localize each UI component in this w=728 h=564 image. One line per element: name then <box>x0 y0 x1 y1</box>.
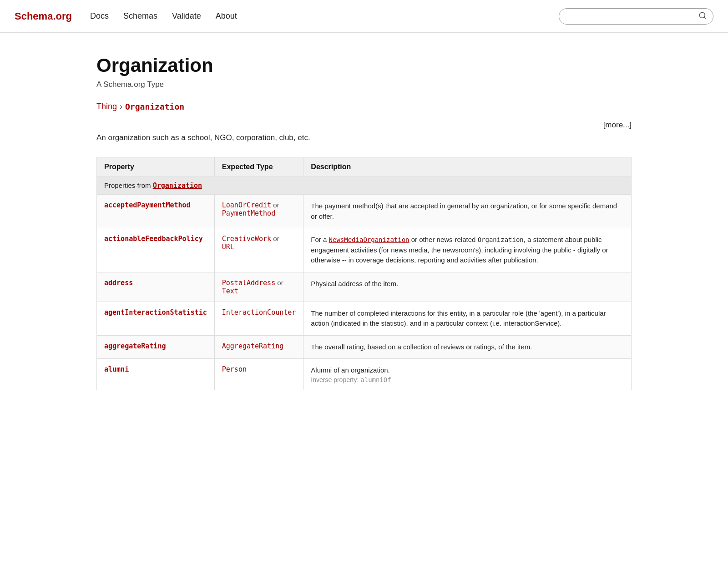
schema-table: Property Expected Type Description Prope… <box>96 157 632 390</box>
page-description: An organization such as a school, NGO, c… <box>96 133 632 142</box>
type-cell: Person <box>214 359 303 390</box>
type-link-Person[interactable]: Person <box>222 365 247 373</box>
page-subtitle: A Schema.org Type <box>96 80 632 89</box>
type-or: or <box>273 201 279 209</box>
nav-link-validate[interactable]: Validate <box>172 11 201 20</box>
navigation: Schema.org Docs Schemas Validate About <box>0 0 728 33</box>
property-cell: aggregateRating <box>97 335 215 359</box>
type-link-InteractionCounter[interactable]: InteractionCounter <box>222 308 296 317</box>
search-input[interactable] <box>566 12 695 20</box>
property-cell: agentInteractionStatistic <box>97 302 215 335</box>
desc-cell: For a NewsMediaOrganization or other new… <box>303 228 632 272</box>
nav-link-docs[interactable]: Docs <box>90 11 109 20</box>
col-header-expected-type: Expected Type <box>214 157 303 177</box>
property-cell: acceptedPaymentMethod <box>97 195 215 228</box>
desc-cell: Physical address of the item. <box>303 272 632 302</box>
nav-link-about[interactable]: About <box>216 11 237 20</box>
type-or: or <box>277 279 283 287</box>
nav-links: Docs Schemas Validate About <box>90 11 559 21</box>
table-row: alumni Person Alumni of an organization.… <box>97 359 632 390</box>
type-link-LoanOrCredit[interactable]: LoanOrCredit <box>222 201 271 209</box>
inline-link-NewsMediaOrganization[interactable]: NewsMediaOrganization <box>329 236 410 243</box>
table-row: address PostalAddress or Text Physical a… <box>97 272 632 302</box>
section-header-row: Properties from Organization <box>97 177 632 195</box>
prop-link-acceptedPaymentMethod[interactable]: acceptedPaymentMethod <box>104 201 191 209</box>
property-cell: actionableFeedbackPolicy <box>97 228 215 272</box>
type-cell: AggregateRating <box>214 335 303 359</box>
section-header-cell: Properties from Organization <box>97 177 632 195</box>
type-link-Text[interactable]: Text <box>222 287 238 295</box>
site-logo[interactable]: Schema.org <box>15 10 72 22</box>
breadcrumb: Thing › Organization <box>96 102 632 111</box>
table-row: aggregateRating AggregateRating The over… <box>97 335 632 359</box>
more-row: [more...] <box>96 121 632 130</box>
search-bar <box>559 8 713 25</box>
section-org-link[interactable]: Organization <box>153 181 202 190</box>
property-cell: alumni <box>97 359 215 390</box>
nav-link-schemas[interactable]: Schemas <box>123 11 157 20</box>
type-cell: InteractionCounter <box>214 302 303 335</box>
table-row: agentInteractionStatistic InteractionCou… <box>97 302 632 335</box>
type-link-CreativeWork[interactable]: CreativeWork <box>222 235 271 243</box>
table-row: acceptedPaymentMethod LoanOrCredit or Pa… <box>97 195 632 228</box>
prop-link-actionableFeedbackPolicy[interactable]: actionableFeedbackPolicy <box>104 235 203 243</box>
inline-code-Organization: Organization <box>478 236 524 243</box>
search-icon <box>698 11 707 21</box>
main-content: Organization A Schema.org Type Thing › O… <box>82 33 646 427</box>
svg-point-0 <box>699 12 705 18</box>
type-cell: LoanOrCredit or PaymentMethod <box>214 195 303 228</box>
desc-cell: The number of completed interactions for… <box>303 302 632 335</box>
type-cell: PostalAddress or Text <box>214 272 303 302</box>
desc-text: The number of completed interactions for… <box>311 309 606 327</box>
section-header-label: Properties from <box>104 181 153 189</box>
type-link-AggregateRating[interactable]: AggregateRating <box>222 342 283 350</box>
type-link-URL[interactable]: URL <box>222 243 234 251</box>
type-link-PaymentMethod[interactable]: PaymentMethod <box>222 209 275 217</box>
col-header-description: Description <box>303 157 632 177</box>
table-header-row: Property Expected Type Description <box>97 157 632 177</box>
page-title: Organization <box>96 55 632 76</box>
table-row: actionableFeedbackPolicy CreativeWork or… <box>97 228 632 272</box>
desc-cell: The overall rating, based on a collectio… <box>303 335 632 359</box>
inverse-property: Inverse property: alumniOf <box>311 376 391 383</box>
col-header-property: Property <box>97 157 215 177</box>
breadcrumb-parent[interactable]: Thing <box>96 102 117 111</box>
prop-link-address[interactable]: address <box>104 279 133 287</box>
property-cell: address <box>97 272 215 302</box>
breadcrumb-separator: › <box>120 102 122 111</box>
desc-text: Physical address of the item. <box>311 280 398 287</box>
prop-link-aggregateRating[interactable]: aggregateRating <box>104 342 166 350</box>
svg-line-1 <box>704 17 705 18</box>
type-cell: CreativeWork or URL <box>214 228 303 272</box>
more-link[interactable]: [more...] <box>603 121 632 130</box>
desc-text: For a NewsMediaOrganization or other new… <box>311 236 608 264</box>
desc-cell: The payment method(s) that are accepted … <box>303 195 632 228</box>
desc-text: Alumni of an organization. <box>311 366 389 374</box>
desc-text: The overall rating, based on a collectio… <box>311 343 532 351</box>
desc-cell: Alumni of an organization. Inverse prope… <box>303 359 632 390</box>
inverse-code: alumniOf <box>360 376 391 383</box>
breadcrumb-current: Organization <box>125 102 184 111</box>
desc-text: The payment method(s) that are accepted … <box>311 202 617 220</box>
type-link-PostalAddress[interactable]: PostalAddress <box>222 279 275 287</box>
type-or: or <box>273 235 279 242</box>
prop-link-alumni[interactable]: alumni <box>104 365 129 373</box>
prop-link-agentInteractionStatistic[interactable]: agentInteractionStatistic <box>104 308 207 317</box>
